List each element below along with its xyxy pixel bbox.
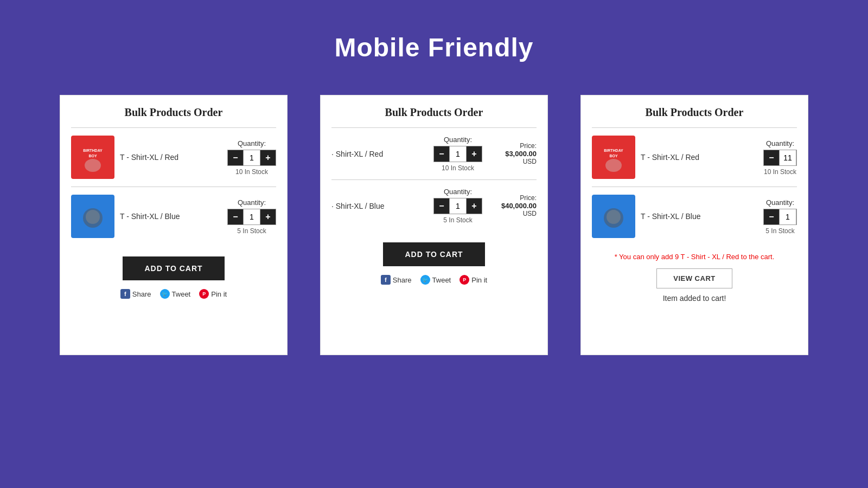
product-row-2-2: · Shirt-XL / Blue Quantity: − + 5 In Sto… [331,179,537,232]
quantity-label-3-2: Quantity: [766,198,794,207]
facebook-icon-2: f [381,275,391,285]
quantity-label-2-1: Quantity: [444,136,472,144]
product-name-2-2: · Shirt-XL / Blue [331,202,428,210]
price-section-2-2: Price: $40,000.00 USD [488,194,537,217]
stock-label-2-1: 10 In Stock [442,164,474,172]
svg-text:BOY: BOY [609,154,618,158]
quantity-controls-1-2: − + [227,209,276,225]
price-label-2-2: Price: [520,194,537,202]
warning-text-3: * You can only add 9 T - Shirt - XL / Re… [592,252,797,262]
svg-text:BOY: BOY [88,154,97,158]
twitter-share-1[interactable]: 🐦 Tweet [160,289,191,299]
product-row-3-1: BIRTHDAY BOY T - Shirt-XL / Red Quantity… [592,127,797,187]
qty-minus-3-1[interactable]: − [764,150,779,165]
pin-label-1: Pin it [211,290,227,298]
price-value-2-1: $3,000.00 [505,150,537,158]
qty-plus-2-2[interactable]: + [467,198,482,214]
quantity-controls-1-1: − + [227,150,276,166]
quantity-label-2-2: Quantity: [444,188,472,196]
qty-input-1-2[interactable] [243,209,260,224]
price-currency-2-2: USD [523,210,537,217]
card-1: Bulk Products Order BIRTHDAY BOY T - Shi… [60,95,288,355]
twitter-share-2[interactable]: 🐦 Tweet [420,275,451,285]
svg-point-3 [85,159,101,172]
qty-minus-2-2[interactable]: − [434,198,449,214]
quantity-label-3-1: Quantity: [766,139,794,147]
qty-plus-1-2[interactable]: + [260,209,276,224]
qty-input-2-2[interactable] [449,198,467,214]
product-image-red-1: BIRTHDAY BOY [71,136,114,179]
qty-plus-2-1[interactable]: + [467,146,482,162]
tweet-label-1: Tweet [172,290,191,298]
social-share-2: f Share 🐦 Tweet P Pin it [331,275,537,285]
svg-point-13 [607,210,621,224]
product-row-1-2: T - Shirt-XL / Blue Quantity: − + 5 In S… [71,187,276,246]
product-image-red-3: BIRTHDAY BOY [592,136,635,179]
add-to-cart-button-1[interactable]: ADD TO CART [123,256,224,280]
qty-plus-1-1[interactable]: + [260,150,276,165]
quantity-section-2-1: Quantity: − + 10 In Stock [433,136,482,172]
product-image-blue-3 [592,195,635,238]
pin-label-2: Pin it [471,276,487,284]
quantity-section-3-1: Quantity: − 10 In Stock [763,139,797,176]
facebook-share-1[interactable]: f Share [120,289,151,299]
qty-input-2-1[interactable] [449,146,467,162]
product-name-2-1: · Shirt-XL / Red [331,150,428,158]
quantity-label-1-2: Quantity: [238,198,266,207]
product-name-1-1: T - Shirt-XL / Red [120,153,222,162]
pinterest-icon-1: P [199,289,209,299]
qty-minus-1-2[interactable]: − [228,209,243,224]
quantity-controls-2-1: − + [433,146,482,162]
quantity-section-3-2: Quantity: − 5 In Stock [763,198,797,235]
added-to-cart-text-3: Item added to cart! [592,294,797,303]
card-2-title: Bulk Products Order [331,106,537,119]
facebook-icon-1: f [120,289,130,299]
quantity-controls-3-1: − [763,150,797,166]
qty-minus-2-1[interactable]: − [434,146,449,162]
quantity-label-1-1: Quantity: [238,139,266,147]
card-3: Bulk Products Order BIRTHDAY BOY T - Shi… [580,95,808,355]
qty-minus-1-1[interactable]: − [228,150,243,165]
qty-input-1-1[interactable] [243,150,260,165]
svg-text:BIRTHDAY: BIRTHDAY [83,149,103,152]
quantity-controls-3-2: − [763,209,797,225]
pinterest-share-1[interactable]: P Pin it [199,289,227,299]
stock-label-2-2: 5 In Stock [443,216,472,224]
card-3-title: Bulk Products Order [592,106,797,119]
quantity-controls-2-2: − + [433,198,482,214]
card-1-title: Bulk Products Order [71,106,276,119]
stock-label-1-2: 5 In Stock [237,227,266,235]
view-cart-button-3[interactable]: VIEW CART [656,268,732,288]
share-label-1: Share [132,290,151,298]
share-label-2: Share [393,276,412,284]
add-to-cart-button-2[interactable]: ADD TO CART [383,242,484,266]
pinterest-share-2[interactable]: P Pin it [459,275,487,285]
twitter-icon-1: 🐦 [160,289,170,299]
cards-container: Bulk Products Order BIRTHDAY BOY T - Shi… [60,95,808,355]
social-share-1: f Share 🐦 Tweet P Pin it [71,289,276,299]
product-name-3-1: T - Shirt-XL / Red [641,153,758,162]
price-label-2-1: Price: [520,142,537,150]
pinterest-icon-2: P [459,275,469,285]
qty-minus-3-2[interactable]: − [764,209,779,224]
svg-point-10 [605,159,622,172]
stock-label-1-1: 10 In Stock [235,168,268,176]
card-2: Bulk Products Order · Shirt-XL / Red Qua… [320,95,548,355]
product-name-1-2: T - Shirt-XL / Blue [120,212,222,221]
qty-input-3-2[interactable] [779,209,796,224]
tweet-label-2: Tweet [432,276,451,284]
product-row-1: BIRTHDAY BOY T - Shirt-XL / Red Quantity… [71,127,276,187]
twitter-icon-2: 🐦 [420,275,430,285]
page-title: Mobile Friendly [334,33,533,62]
price-currency-2-1: USD [523,158,537,165]
price-value-2-2: $40,000.00 [501,202,537,210]
quantity-section-1-2: Quantity: − + 5 In Stock [227,198,276,235]
price-section-2-1: Price: $3,000.00 USD [488,142,537,165]
product-row-3-2: T - Shirt-XL / Blue Quantity: − 5 In Sto… [592,187,797,246]
product-row-2-1: · Shirt-XL / Red Quantity: − + 10 In Sto… [331,127,537,179]
facebook-share-2[interactable]: f Share [381,275,412,285]
svg-point-6 [86,210,100,224]
qty-input-3-1[interactable] [779,150,796,165]
stock-label-3-2: 5 In Stock [765,227,794,235]
product-image-blue-1 [71,195,114,238]
